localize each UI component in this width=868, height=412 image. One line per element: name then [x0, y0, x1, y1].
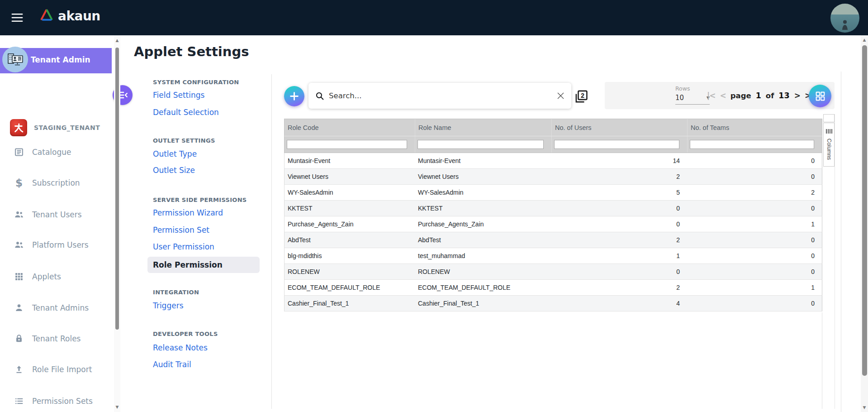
- scrollbar-thumb[interactable]: [862, 45, 867, 376]
- app-window: akaun T: [0, 0, 868, 412]
- svg-text:2: 2: [581, 92, 584, 99]
- column-header-role-code[interactable]: Role Code: [285, 119, 415, 136]
- copy-page-2-icon[interactable]: 2: [574, 89, 589, 105]
- grid-view-button[interactable]: [809, 85, 831, 107]
- sidebar-item-role-file-import[interactable]: Role File Import: [0, 361, 113, 378]
- table-row[interactable]: Purchase_Agents_Zain Purchase_Agents_Zai…: [284, 216, 822, 232]
- sidebar-item-label: Permission Sets: [32, 397, 93, 406]
- sidebar-item-label: Applets: [32, 272, 61, 281]
- cell-role-code: ECOM_TEAM_DEFAULT_ROLE: [285, 280, 415, 295]
- table-row[interactable]: Viewnet Users Viewnet Users 2 0: [284, 169, 822, 185]
- nav-link-role-permission-selected[interactable]: Role Permission: [147, 257, 260, 273]
- table-row[interactable]: WY-SalesAdmin WY-SalesAdmin 5 2: [284, 185, 822, 201]
- panel-divider: [271, 74, 272, 409]
- sidebar-scrollbar[interactable]: ▲ ▼: [114, 35, 120, 412]
- sidebar-item-tenant-admins[interactable]: Tenant Admins: [0, 300, 113, 316]
- search-input[interactable]: [329, 91, 552, 100]
- user-photo-avatar[interactable]: [830, 4, 859, 33]
- cell-teams: 0: [687, 264, 822, 279]
- grid-right-border: [822, 312, 822, 409]
- table-row[interactable]: blg-mdidthis test_muhammad 1 0: [284, 248, 822, 264]
- nav-link-audit-trail[interactable]: Audit Trail: [153, 360, 191, 369]
- column-header-no-of-teams[interactable]: No. of Teams: [687, 119, 822, 136]
- filter-no-of-teams-input[interactable]: [690, 140, 814, 149]
- cell-teams: 1: [687, 280, 822, 295]
- search-icon: [315, 91, 325, 101]
- role-permission-table: Role Code Role Name No. of Users No. of …: [284, 119, 822, 311]
- next-page-button[interactable]: >: [794, 91, 800, 100]
- nav-link-permission-set[interactable]: Permission Set: [153, 225, 209, 235]
- table-row[interactable]: Cashier_Final_Test_1 Cashier_Final_Test_…: [284, 296, 822, 311]
- workspace-banner[interactable]: Tenant Admin: [0, 48, 112, 73]
- tenant-logo-icon: [10, 119, 27, 136]
- cell-role-code: WY-SalesAdmin: [285, 185, 415, 200]
- cell-role-code: blg-mdidthis: [285, 248, 415, 263]
- filter-role-name-input[interactable]: [417, 140, 544, 149]
- first-page-button[interactable]: |<: [707, 91, 715, 100]
- main-scrollbar[interactable]: ▲ ▼: [861, 35, 868, 412]
- cell-users: 5: [551, 185, 687, 200]
- rows-per-page-select[interactable]: Rows 10 ▼: [675, 85, 710, 105]
- scroll-up-icon[interactable]: ▲: [861, 38, 868, 42]
- nav-link-field-settings[interactable]: Field Settings: [153, 91, 204, 100]
- cell-teams: 2: [687, 185, 822, 200]
- nav-link-default-selection[interactable]: Default Selection: [153, 108, 219, 117]
- page-word: page: [730, 91, 751, 100]
- nav-link-outlet-type[interactable]: Outlet Type: [153, 149, 197, 158]
- table-row[interactable]: KKTEST KKTEST 0 0: [284, 201, 822, 216]
- sidebar-item-platform-users[interactable]: Platform Users: [0, 237, 113, 253]
- content-right-divider: [841, 72, 841, 412]
- scroll-up-icon[interactable]: ▲: [114, 38, 120, 43]
- nav-section-title: DEVELOPER TOOLS: [153, 331, 218, 337]
- catalogue-icon: [14, 147, 24, 158]
- table-filter-row: [284, 136, 822, 153]
- cell-users: 2: [551, 280, 687, 295]
- columns-panel-toggle[interactable]: Columns: [823, 123, 835, 167]
- column-header-no-of-users[interactable]: No. of Users: [551, 119, 687, 136]
- filter-no-of-users-input[interactable]: [554, 140, 679, 149]
- nav-link-release-notes[interactable]: Release Notes: [153, 343, 208, 352]
- sidebar-item-label: Tenant Admins: [32, 303, 89, 312]
- scroll-down-icon[interactable]: ▼: [861, 405, 868, 410]
- admin-console-icon: [2, 47, 28, 72]
- scroll-down-icon[interactable]: ▼: [114, 405, 120, 409]
- nav-link-triggers[interactable]: Triggers: [153, 301, 184, 310]
- total-pages: 13: [778, 91, 789, 100]
- nav-section-title: SERVER SIDE PERMISSIONS: [153, 196, 247, 203]
- cell-role-code: Muntasir-Event: [285, 153, 415, 168]
- sidebar-item-catalogue[interactable]: Catalogue: [0, 144, 113, 160]
- cell-role-name: KKTEST: [415, 201, 551, 216]
- sidebar-item-tenant-users[interactable]: Tenant Users: [0, 206, 113, 223]
- table-row[interactable]: ECOM_TEAM_DEFAULT_ROLE ECOM_TEAM_DEFAULT…: [284, 280, 822, 296]
- cell-teams: 0: [687, 169, 822, 184]
- cell-role-name: test_muhammad: [415, 248, 551, 263]
- filter-role-code-input[interactable]: [287, 140, 407, 149]
- table-row[interactable]: ROLENEW ROLENEW 0 0: [284, 264, 822, 280]
- sidebar-item-label: Tenant Users: [32, 210, 82, 219]
- sidebar-item-permission-sets[interactable]: Permission Sets: [0, 393, 113, 409]
- scrollbar-thumb[interactable]: [115, 48, 119, 330]
- prev-page-button[interactable]: <: [720, 91, 726, 100]
- cell-role-name: Cashier_Final_Test_1: [415, 296, 551, 311]
- nav-link-outlet-size[interactable]: Outlet Size: [153, 166, 195, 175]
- hamburger-menu-icon[interactable]: [11, 13, 24, 22]
- table-row[interactable]: AbdTest AbdTest 2 0: [284, 232, 822, 248]
- add-button[interactable]: [284, 86, 304, 106]
- sidebar-item-label: Platform Users: [32, 240, 89, 249]
- column-header-role-name[interactable]: Role Name: [415, 119, 551, 136]
- sidebar-item-tenant-roles[interactable]: Tenant Roles: [0, 331, 113, 347]
- sidebar-item-subscription[interactable]: $ Subscription: [0, 175, 113, 191]
- nav-link-permission-wizard[interactable]: Permission Wizard: [153, 208, 223, 217]
- rows-label: Rows: [675, 85, 710, 92]
- sidebar-item-tenant[interactable]: STAGING_TENANT: [0, 118, 113, 138]
- sidebar-item-applets[interactable]: Applets: [0, 268, 113, 285]
- nav-section-title: SYSTEM CONFIGURATION: [153, 79, 239, 86]
- cell-users: 1: [551, 248, 687, 263]
- table-row[interactable]: Muntasir-Event Muntasir-Event 14 0: [284, 153, 822, 169]
- current-page: 1: [756, 91, 761, 100]
- nav-link-user-permission[interactable]: User Permission: [153, 242, 214, 251]
- cell-teams: 0: [687, 248, 822, 263]
- close-icon[interactable]: [552, 88, 569, 104]
- cell-role-name: ROLENEW: [415, 264, 551, 279]
- people-icon: [14, 209, 24, 220]
